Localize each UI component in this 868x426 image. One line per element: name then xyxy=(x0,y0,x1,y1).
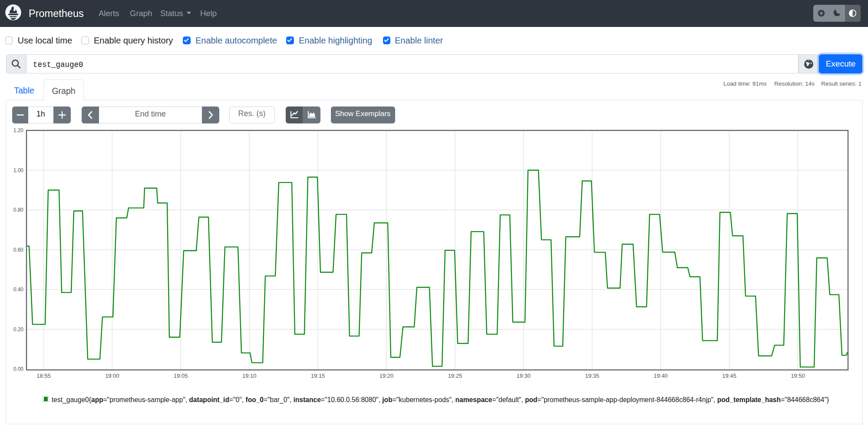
svg-text:0.60: 0.60 xyxy=(13,247,24,253)
svg-text:19:30: 19:30 xyxy=(517,373,531,379)
svg-text:19:05: 19:05 xyxy=(174,373,188,379)
svg-text:1.20: 1.20 xyxy=(13,127,24,133)
svg-text:18:55: 18:55 xyxy=(36,373,51,379)
svg-text:1.00: 1.00 xyxy=(13,167,24,173)
svg-text:19:35: 19:35 xyxy=(585,373,599,379)
svg-text:19:15: 19:15 xyxy=(311,373,325,379)
svg-text:19:20: 19:20 xyxy=(380,373,394,379)
svg-text:19:10: 19:10 xyxy=(242,373,257,379)
svg-text:0.20: 0.20 xyxy=(13,326,24,333)
svg-text:19:40: 19:40 xyxy=(653,373,668,379)
svg-text:19:45: 19:45 xyxy=(722,373,736,379)
svg-text:19:50: 19:50 xyxy=(791,373,805,379)
svg-text:0.40: 0.40 xyxy=(13,286,24,293)
svg-text:0.80: 0.80 xyxy=(13,207,24,213)
svg-text:19:25: 19:25 xyxy=(448,373,462,379)
svg-text:19:00: 19:00 xyxy=(105,373,119,379)
svg-text:0.00: 0.00 xyxy=(13,366,24,372)
